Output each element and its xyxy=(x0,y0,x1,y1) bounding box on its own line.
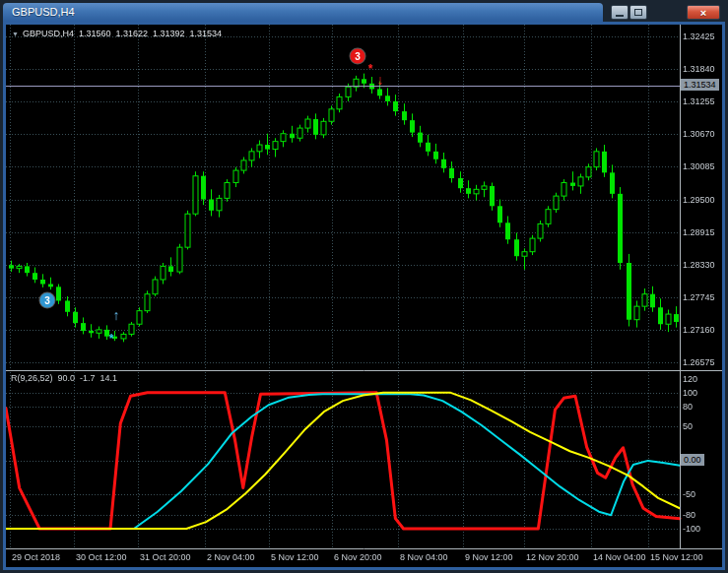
price-axis-label: 1.31255 xyxy=(683,96,715,106)
indicator-value-3: 14.1 xyxy=(100,373,118,383)
price-axis-label: 1.27745 xyxy=(683,292,715,302)
time-axis-label: 30 Oct 12:00 xyxy=(76,552,127,562)
price-axis-label: 1.32425 xyxy=(683,32,715,41)
indicator-label: R(9,26,52)90.0-1.714.1 xyxy=(11,373,122,383)
maximize-button[interactable] xyxy=(629,5,647,20)
ohlc-open: 1.31560 xyxy=(79,29,111,38)
sell-star-icon[interactable]: * xyxy=(368,63,373,75)
buy-arrow-icon[interactable]: ↑ xyxy=(113,308,120,322)
ohlc-high: 1.31622 xyxy=(116,29,149,38)
price-chart-canvas[interactable] xyxy=(6,25,722,567)
price-axis-label: 1.31840 xyxy=(683,64,715,74)
indicator-axis-label: 80 xyxy=(683,402,693,412)
time-axis-label: 6 Nov 20:00 xyxy=(334,552,382,562)
indicator-value-2: -1.7 xyxy=(80,373,96,383)
buy-star-icon[interactable]: * xyxy=(109,333,114,345)
indicator-current-value-label: 0.00 xyxy=(681,454,704,466)
price-axis-label: 1.28915 xyxy=(683,227,715,237)
ohlc-symbol: GBPUSD,H4 xyxy=(23,29,74,38)
indicator-axis-label: 120 xyxy=(683,374,697,384)
sell-arrow-icon[interactable]: ↓ xyxy=(377,73,384,87)
sell-signal-badge[interactable]: 3 xyxy=(351,49,365,64)
indicator-axis-label: 100 xyxy=(683,388,697,398)
close-icon: × xyxy=(700,7,706,19)
indicator-axis-label: -50 xyxy=(683,489,695,499)
time-axis-label: 29 Oct 2018 xyxy=(12,552,60,562)
chart-client-area: ▼GBPUSD,H41.315601.316221.313921.31534 R… xyxy=(6,25,722,567)
indicator-axis-label: 50 xyxy=(683,421,693,431)
time-axis-label: 2 Nov 04:00 xyxy=(207,552,255,562)
maximize-icon xyxy=(634,9,642,16)
chart-window: ▼GBPUSD,H41.315601.316221.313921.31534 R… xyxy=(3,22,725,570)
indicator-name: R(9,26,52) xyxy=(11,373,53,383)
price-axis-label: 1.29500 xyxy=(683,195,715,205)
price-axis-label: 1.26575 xyxy=(683,357,715,367)
close-button[interactable]: × xyxy=(687,5,720,20)
minimize-icon xyxy=(616,15,624,17)
time-axis-label: 8 Nov 04:00 xyxy=(400,552,448,562)
price-axis-label: 1.30085 xyxy=(683,161,715,171)
time-axis-label: 5 Nov 12:00 xyxy=(271,552,319,562)
ohlc-low: 1.31392 xyxy=(153,29,185,38)
time-axis-label: 31 Oct 20:00 xyxy=(140,552,191,562)
minimize-button[interactable] xyxy=(611,5,629,20)
collapse-triangle-icon: ▼ xyxy=(12,31,19,37)
price-axis-label: 1.28330 xyxy=(683,260,715,270)
current-price-label: 1.31534 xyxy=(681,79,719,91)
time-axis-label: 14 Nov 04:00 xyxy=(593,552,646,562)
mt4-workspace: { "window": { "title": "GBPUSD,H4", "con… xyxy=(0,0,728,573)
buy-signal-badge[interactable]: 3 xyxy=(40,293,55,308)
chart-ohlc-label: ▼GBPUSD,H41.315601.316221.313921.31534 xyxy=(12,29,227,38)
time-axis-label: 15 Nov 12:00 xyxy=(650,552,703,562)
indicator-axis-label: -100 xyxy=(683,524,700,534)
window-titlebar[interactable]: GBPUSD,H4 xyxy=(3,3,603,22)
time-axis-label: 12 Nov 20:00 xyxy=(526,552,579,562)
time-axis-label: 9 Nov 12:00 xyxy=(465,552,513,562)
price-axis-label: 1.27160 xyxy=(683,325,715,335)
indicator-axis-label: -80 xyxy=(683,510,695,520)
indicator-value-1: 90.0 xyxy=(58,373,76,383)
price-axis-label: 1.30670 xyxy=(683,129,715,139)
window-title: GBPUSD,H4 xyxy=(12,6,75,18)
ohlc-close: 1.31534 xyxy=(190,29,223,38)
